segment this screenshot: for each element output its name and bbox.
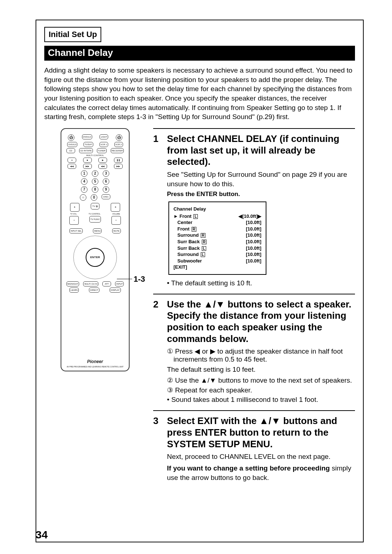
step-3: 3 Select EXIT with the ▲/▼ buttons and p… — [153, 410, 355, 489]
intro-paragraph: Adding a slight delay to some speakers i… — [44, 66, 355, 122]
remote-brand: Pioneer — [61, 359, 129, 364]
step-bullet: The default setting is 10 ft. — [167, 279, 355, 287]
step-2: 2 Use the ▲/▼ buttons to select a speake… — [153, 294, 355, 411]
step-1: 1 Select CHANNEL DELAY (if continuing fr… — [153, 128, 355, 294]
step-bullet: Sound takes about 1 millisecond to trave… — [167, 396, 355, 404]
step-number: 3 — [153, 415, 163, 484]
step-number: 1 — [153, 133, 163, 289]
step-enum: ③ Repeat for each speaker. — [167, 386, 355, 394]
header-tab: Initial Set Up — [44, 27, 101, 42]
step-heading: Use the ▲/▼ buttons to select a speaker.… — [167, 299, 355, 345]
step-bold: Press the ENTER button. — [167, 191, 355, 198]
step-heading: Select CHANNEL DELAY (if continuing from… — [167, 133, 355, 168]
step-text: Next, proceed to CHANNEL LEVEL on the ne… — [167, 452, 355, 461]
step-text: The default setting is 10 feet. — [167, 365, 355, 374]
remote-sub: AV PRE-PROGRAMMED AND LEARNING REMOTE CO… — [61, 366, 129, 368]
step-text: See "Setting Up for Surround Sound" on p… — [167, 170, 355, 188]
step-text: If you want to change a setting before p… — [167, 464, 355, 482]
step-enum: ① Press ◀ or ▶ to adjust the speaker dis… — [167, 347, 355, 363]
page-number: 34 — [36, 529, 48, 541]
step-heading: Select EXIT with the ▲/▼ buttons and pre… — [167, 415, 355, 450]
lcd-display: Channel Delay ► Front L◀[10.0ft]▶ Center… — [168, 201, 266, 274]
step-enum: ② Use the ▲/▼ buttons to move to the nex… — [167, 376, 355, 384]
remote-illustration: ⏻DVD/LDLIGHT⏻ DVD/LDTV/SATVCR 1VCR 2 CDC… — [61, 128, 130, 371]
step-number: 2 — [153, 299, 163, 406]
section-title: Channel Delay — [44, 46, 355, 61]
enter-button-illustration: ENTER — [86, 248, 105, 267]
step-callout: 1-3 — [134, 274, 145, 284]
